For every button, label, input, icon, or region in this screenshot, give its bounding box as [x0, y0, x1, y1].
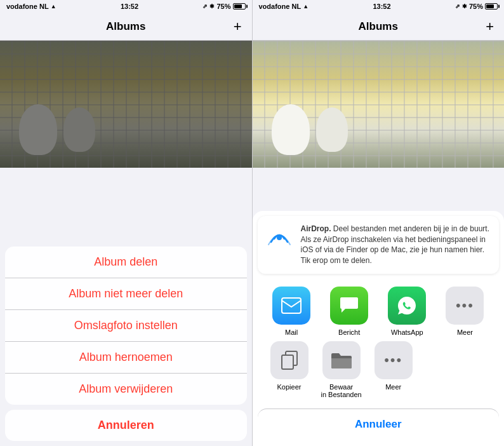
battery-icon	[233, 3, 246, 10]
share-sheet: AirDrop. Deel bestanden met anderen bij …	[253, 211, 505, 446]
left-action-sheet: Album delen Album niet meer delen Omslag…	[0, 168, 252, 446]
more2-label: Meer	[385, 383, 401, 391]
right-bluetooth-icon: ✱	[462, 3, 467, 10]
share-icons-row2: Kopieer Bewaar in Bestanden ••• Meer	[253, 339, 505, 406]
share-copy-button[interactable]: Kopieer	[270, 341, 308, 398]
left-photo	[0, 41, 252, 168]
right-cancel-button[interactable]: Annuleer	[258, 409, 500, 440]
left-nav-bar: Albums +	[0, 13, 252, 41]
whatsapp-label: WhatsApp	[391, 328, 423, 336]
left-action-group: Album delen Album niet meer delen Omslag…	[5, 247, 247, 405]
left-status-left: vodafone NL ▲	[6, 3, 56, 10]
right-nav-bar: Albums +	[253, 13, 505, 41]
wifi-icon: ▲	[51, 3, 56, 10]
right-status-right: ⇗ ✱ 75%	[455, 3, 498, 10]
right-wifi-icon: ▲	[303, 3, 308, 10]
more-label: Meer	[457, 328, 473, 336]
airdrop-description: AirDrop. Deel bestanden met anderen bij …	[301, 224, 492, 266]
mail-label: Mail	[285, 328, 298, 336]
right-location-icon: ⇗	[455, 3, 460, 10]
files-icon	[322, 341, 361, 379]
message-icon	[330, 287, 368, 325]
message-label: Bericht	[338, 328, 360, 336]
share-more-button[interactable]: ••• Meer	[446, 287, 484, 336]
share-whatsapp-button[interactable]: WhatsApp	[388, 287, 426, 336]
left-cancel-button[interactable]: Annuleren	[5, 410, 247, 441]
right-status-bar: vodafone NL ▲ 13:52 ⇗ ✱ 75%	[253, 0, 505, 13]
files-label: Bewaar in Bestanden	[321, 383, 362, 398]
left-panel: vodafone NL ▲ 13:52 ⇗ ✱ 75% Albums + Alb…	[0, 0, 252, 446]
right-nav-plus-button[interactable]: +	[486, 20, 494, 34]
right-carrier-label: vodafone NL	[259, 3, 302, 10]
copy-label: Kopieer	[277, 383, 302, 391]
carrier-label: vodafone NL	[6, 3, 49, 10]
right-status-left: vodafone NL ▲	[259, 3, 309, 10]
share-icons-row1: Mail Bericht WhatsApp	[253, 279, 505, 339]
whatsapp-icon	[388, 287, 426, 325]
more2-icon: •••	[375, 341, 413, 379]
action-album-niet-meer-delen[interactable]: Album niet meer delen	[5, 278, 247, 310]
left-status-bar: vodafone NL ▲ 13:52 ⇗ ✱ 75%	[0, 0, 252, 13]
location-icon: ⇗	[202, 3, 208, 10]
share-more2-button[interactable]: ••• Meer	[375, 341, 413, 398]
left-nav-title: Albums	[106, 20, 145, 33]
more-icon: •••	[446, 287, 484, 325]
action-album-verwijderen[interactable]: Album verwijderen	[5, 374, 247, 405]
share-files-button[interactable]: Bewaar in Bestanden	[321, 341, 362, 398]
time-label: 13:52	[121, 3, 138, 10]
airdrop-notice: AirDrop. Deel bestanden met anderen bij …	[258, 216, 500, 274]
action-album-delen[interactable]: Album delen	[5, 247, 247, 278]
right-nav-title: Albums	[359, 20, 398, 33]
svg-rect-3	[282, 355, 293, 369]
share-mail-button[interactable]: Mail	[272, 287, 310, 336]
right-time-label: 13:52	[373, 3, 390, 10]
right-battery-pct: 75%	[469, 3, 483, 10]
copy-icon	[270, 341, 308, 379]
right-photo	[253, 41, 505, 168]
airdrop-icon	[265, 224, 293, 252]
battery-pct: 75%	[216, 3, 230, 10]
left-status-right: ⇗ ✱ 75%	[202, 3, 245, 10]
right-battery-icon	[485, 3, 498, 10]
action-omslagfoto[interactable]: Omslagfoto instellen	[5, 310, 247, 342]
mail-icon	[272, 287, 310, 325]
right-panel: vodafone NL ▲ 13:52 ⇗ ✱ 75% Albums +	[253, 0, 505, 446]
svg-rect-1	[282, 298, 301, 313]
left-nav-plus-button[interactable]: +	[234, 20, 242, 34]
bluetooth-icon: ✱	[209, 3, 215, 10]
action-album-hernoemen[interactable]: Album hernoemen	[5, 342, 247, 374]
share-message-button[interactable]: Bericht	[330, 287, 368, 336]
